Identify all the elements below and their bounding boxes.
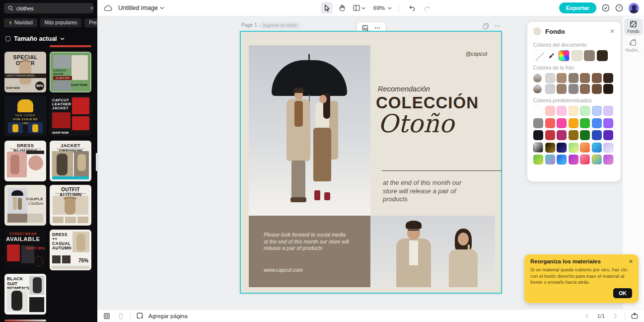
color-swatch[interactable]: [584, 50, 595, 61]
select-tool[interactable]: [321, 2, 333, 14]
photo-source-thumb[interactable]: [533, 85, 542, 93]
color-swatch[interactable]: [580, 118, 590, 128]
color-swatch[interactable]: [592, 143, 602, 153]
color-swatch[interactable]: [569, 143, 578, 153]
color-swatch[interactable]: [592, 84, 602, 94]
subtitle-text[interactable]: Recomendación: [378, 85, 430, 93]
color-swatch[interactable]: [557, 73, 567, 83]
secondary-photo[interactable]: [370, 216, 495, 287]
photo-source-thumb[interactable]: [533, 74, 542, 82]
present-icon[interactable]: [629, 311, 640, 322]
color-swatch[interactable]: [533, 106, 543, 116]
color-swatch[interactable]: [580, 143, 590, 153]
social-handle-text[interactable]: @capcut: [465, 51, 487, 57]
divider-line[interactable]: [382, 170, 502, 171]
shield-check-icon[interactable]: [602, 4, 610, 12]
color-swatch[interactable]: [545, 84, 555, 94]
zoom-chevron-icon[interactable]: [388, 7, 392, 9]
color-swatch[interactable]: [545, 118, 555, 128]
prev-page-icon[interactable]: [581, 311, 592, 322]
avatar[interactable]: [629, 3, 639, 13]
color-swatch[interactable]: [580, 84, 590, 94]
color-swatch[interactable]: [580, 106, 590, 116]
search-box[interactable]: ✕: [4, 3, 93, 13]
color-swatch[interactable]: [603, 84, 613, 94]
color-swatch[interactable]: [592, 118, 602, 128]
color-swatch[interactable]: [559, 50, 570, 61]
color-swatch[interactable]: [533, 118, 543, 128]
template-black-suit[interactable]: BLACK SUIT WOMEN'S !!: [4, 274, 46, 315]
design-canvas[interactable]: @capcut Recomendación COLECCIÓN Otoño at…: [240, 31, 502, 294]
color-swatch[interactable]: [592, 73, 602, 83]
color-swatch[interactable]: [569, 118, 578, 128]
add-page-label[interactable]: Agregar página: [148, 313, 188, 319]
color-swatch[interactable]: [557, 130, 567, 140]
color-swatch[interactable]: [569, 84, 578, 94]
template-new-comer[interactable]: NEW COMER FOR YOUR BE FASHION: [4, 95, 46, 136]
color-swatch[interactable]: [603, 155, 613, 164]
color-swatch[interactable]: [592, 106, 602, 116]
color-swatch[interactable]: [533, 130, 543, 140]
tag-navidad[interactable]: Navidad: [4, 18, 37, 27]
hand-tool[interactable]: [336, 2, 348, 14]
color-swatch[interactable]: [592, 130, 602, 140]
color-swatch[interactable]: [533, 143, 543, 153]
duplicate-page-icon[interactable]: [101, 311, 112, 322]
more-icon[interactable]: ⋯: [494, 22, 500, 29]
main-photo[interactable]: [249, 45, 370, 216]
color-swatch[interactable]: [569, 73, 578, 83]
color-swatch[interactable]: [603, 130, 613, 140]
color-swatch[interactable]: [545, 106, 555, 116]
template-streetwear[interactable]: STREETWEAR AVAILABLE DISC!! 50%: [4, 230, 46, 270]
color-swatch[interactable]: [557, 143, 567, 153]
color-swatch[interactable]: [603, 106, 613, 116]
color-swatch[interactable]: [592, 155, 602, 164]
color-swatch[interactable]: [569, 130, 578, 140]
undo-icon[interactable]: [406, 2, 418, 14]
tool-redimensionar[interactable]: Redim...: [624, 37, 643, 54]
toast-close-icon[interactable]: ✕: [629, 258, 633, 265]
toast-ok-button[interactable]: OK: [613, 288, 632, 298]
title-chevron-icon[interactable]: [160, 6, 164, 9]
color-swatch[interactable]: [533, 50, 544, 61]
template-skate-shop[interactable]: CAPCUT SKATE SHOP 10-30% OFF SHOP NOW: [50, 52, 91, 92]
template-outfit-autumn[interactable]: OUTFIT AUTUMN THIS OUTFIT IS A PRODUCT F…: [50, 185, 91, 226]
more-icon[interactable]: ⋯: [374, 24, 381, 31]
layout-tool[interactable]: [351, 2, 367, 14]
add-page-icon[interactable]: [135, 311, 145, 322]
color-swatch[interactable]: [545, 130, 555, 140]
color-swatch[interactable]: [580, 73, 590, 83]
tool-fondo[interactable]: Fondo: [624, 18, 643, 35]
redo-icon[interactable]: [421, 2, 433, 14]
color-swatch[interactable]: [569, 106, 578, 116]
color-swatch[interactable]: [545, 143, 555, 153]
color-swatch[interactable]: [569, 155, 578, 164]
help-icon[interactable]: ?: [615, 4, 623, 12]
color-swatch[interactable]: [557, 84, 567, 94]
duplicate-page-icon[interactable]: [483, 23, 489, 29]
export-button[interactable]: Exportar: [559, 2, 596, 13]
heading-serif-text[interactable]: Otoño: [378, 109, 454, 138]
color-swatch[interactable]: [545, 73, 555, 83]
size-filter[interactable]: Tamaño actual: [5, 35, 65, 42]
page-title-placeholder[interactable]: Ingresa un titulo: [260, 22, 300, 29]
template-jacket-premium[interactable]: JACKET PREMIUM THIS JACKET IS PRODUCED B…: [50, 141, 91, 181]
color-swatch[interactable]: [546, 50, 557, 61]
template-special-offer[interactable]: SPECIAL OFFER CAPCUT FASHION DRESS SHOP …: [4, 52, 46, 92]
color-swatch[interactable]: [557, 155, 567, 164]
template-couple-clothes[interactable]: COUPLE Clothes: [4, 185, 46, 226]
template-leather-jacket[interactable]: CAPCUT LEATHER JACKET SHOP NOW: [50, 95, 91, 136]
color-swatch[interactable]: [603, 143, 613, 153]
document-title[interactable]: Untitled image: [118, 4, 158, 11]
color-swatch[interactable]: [557, 106, 567, 116]
search-clear-icon[interactable]: ✕: [90, 5, 94, 11]
delete-page-icon[interactable]: [115, 311, 126, 322]
add-image-icon[interactable]: [362, 25, 369, 31]
tag-mas-populares[interactable]: Más populares: [40, 18, 82, 27]
color-swatch[interactable]: [580, 130, 590, 140]
template-dress-blouses[interactable]: DRESS BLOUSES THIS DRESS IS A PRODUCT FR…: [4, 141, 46, 181]
color-swatch[interactable]: [580, 155, 590, 164]
search-input[interactable]: [16, 5, 87, 11]
color-swatch[interactable]: [603, 73, 613, 83]
zoom-level[interactable]: 69%: [373, 5, 385, 11]
